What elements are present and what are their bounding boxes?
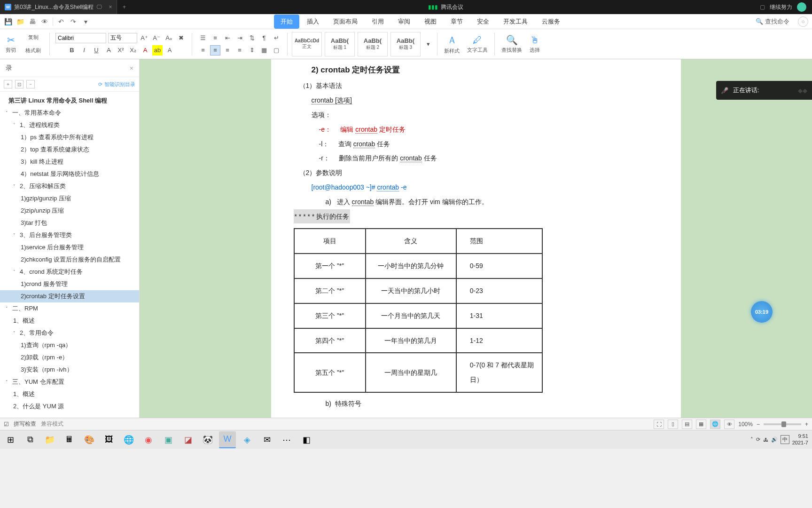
find-replace-button[interactable]: 🔍查找替换 <box>499 31 525 57</box>
start-icon[interactable]: ⊞ <box>2 431 19 448</box>
text-dir-icon[interactable]: ¶ <box>259 33 269 43</box>
mail-icon[interactable]: ✉ <box>258 431 275 448</box>
chrome-icon[interactable]: 🌐 <box>120 431 137 448</box>
search-command[interactable]: 🔍 查找命令 <box>751 17 794 26</box>
numbering-icon[interactable]: ≡ <box>210 33 220 43</box>
shading-icon[interactable]: ▦ <box>259 45 269 56</box>
align-justify-icon[interactable]: ≡ <box>234 45 245 56</box>
toc-item[interactable]: 1）ps 查看系统中所有进程 <box>0 131 139 143</box>
explorer-icon[interactable]: 📁 <box>41 431 58 448</box>
indent-inc-icon[interactable]: ⇥ <box>234 33 245 43</box>
tray-volume-icon[interactable]: 🔊 <box>771 437 778 443</box>
style-h2[interactable]: AaBb(标题 2 <box>358 32 388 56</box>
toc-item[interactable]: 1)service 后台服务管理 <box>0 241 139 254</box>
copy-button[interactable]: 复制 <box>25 31 41 44</box>
shrink-font-icon[interactable]: A⁻ <box>151 33 162 43</box>
toc-item[interactable]: 1)查询（rpm -qa） <box>0 339 139 351</box>
document-viewport[interactable]: 2) crontab 定时任务设置 （1）基本语法 crontab [选项] 选… <box>140 59 812 418</box>
toc-item[interactable]: ˅2、常用命令 <box>0 327 139 339</box>
font-size-select[interactable] <box>108 33 137 43</box>
toc-item[interactable]: 1)gzip/gunzip 压缩 <box>0 192 139 205</box>
tray-sync-icon[interactable]: ⟳ <box>756 437 760 443</box>
tray-up-icon[interactable]: ˄ <box>750 437 753 443</box>
highlight-icon[interactable]: ab <box>152 45 163 56</box>
zoom-in-icon[interactable]: + <box>805 421 808 428</box>
format-painter-button[interactable]: 格式刷 <box>23 44 44 57</box>
view-read-icon[interactable]: ▯ <box>668 420 678 429</box>
italic-icon[interactable]: I <box>79 45 89 56</box>
layout-icon[interactable]: ▢ <box>760 4 765 10</box>
toc-item[interactable]: 1、概述 <box>0 388 139 400</box>
strike-icon[interactable]: A̵ <box>103 45 114 56</box>
spell-check-toggle[interactable]: 拼写检查 <box>14 420 36 428</box>
toc-item[interactable]: 2)crontab 定时任务设置 <box>0 290 139 302</box>
tab-cloud[interactable]: 云服务 <box>535 15 567 29</box>
preview-icon[interactable]: 👁 <box>40 17 49 26</box>
app1-icon[interactable]: ◉ <box>140 431 157 448</box>
align-center-icon[interactable]: ≡ <box>210 45 220 56</box>
zoom-out-icon[interactable]: − <box>757 421 760 428</box>
style-body[interactable]: AaBbCcDd正文 <box>292 32 322 56</box>
view-page-icon[interactable]: ▤ <box>682 420 692 429</box>
select-button[interactable]: 🖱选择 <box>527 31 543 57</box>
tab-start[interactable]: 开始 <box>274 15 299 29</box>
tab-close-icon[interactable]: × <box>109 4 112 10</box>
tab-view[interactable]: 视图 <box>418 15 443 29</box>
collapse-all-icon[interactable]: － <box>26 80 35 88</box>
line-spacing-icon[interactable]: ⇕ <box>247 45 257 56</box>
redo-icon[interactable]: ↷ <box>69 17 78 26</box>
zoom-slider[interactable] <box>764 423 801 425</box>
app4-icon[interactable]: ◧ <box>298 431 315 448</box>
toc-item[interactable]: 2)zip/unzip 压缩 <box>0 205 139 217</box>
new-tab-button[interactable]: + <box>117 4 131 10</box>
toc-item[interactable]: ˅1、进程线程类 <box>0 119 139 131</box>
calc-icon[interactable]: 🖩 <box>61 431 78 448</box>
tab-layout[interactable]: 页面布局 <box>327 15 364 29</box>
vm-icon[interactable]: ▣ <box>160 431 177 448</box>
expand-icon[interactable]: ＋ <box>4 80 12 88</box>
ime-indicator[interactable]: 中 <box>781 435 789 444</box>
zoom-level[interactable]: 100% <box>738 421 753 428</box>
paint2-icon[interactable]: 🖼 <box>101 431 117 448</box>
view-web-icon[interactable]: 🌐 <box>710 420 720 429</box>
tab-review[interactable]: 审阅 <box>391 15 417 29</box>
app2-icon[interactable]: 🐼 <box>199 431 216 448</box>
tab-dev[interactable]: 开发工具 <box>497 15 534 29</box>
tips-icon[interactable]: ○ <box>798 16 808 27</box>
grow-font-icon[interactable]: A⁺ <box>139 33 149 43</box>
meeting-icon[interactable]: ◈ <box>239 431 256 448</box>
wps-icon[interactable]: W <box>219 431 236 448</box>
view-eye-icon[interactable]: 👁 <box>724 420 734 429</box>
collapse-icon[interactable]: ⊡ <box>15 80 23 88</box>
toc-item[interactable]: 3）kill 终止进程 <box>0 156 139 168</box>
paint-icon[interactable]: 🎨 <box>81 431 98 448</box>
indent-dec-icon[interactable]: ⇤ <box>222 33 233 43</box>
toc-item[interactable]: 2)chkconfig 设置后台服务的自启配置 <box>0 254 139 266</box>
tab-ref[interactable]: 引用 <box>365 15 390 29</box>
toc-item[interactable]: ˅3、后台服务管理类 <box>0 229 139 241</box>
toc-item[interactable]: 第三讲 Linux 常用命令及 Shell 编程 <box>0 95 139 107</box>
timer-badge[interactable]: 03:19 <box>751 301 773 323</box>
toc-item[interactable]: 3)安装（rpm -ivh） <box>0 364 139 376</box>
qat-customize-icon[interactable]: ▾ <box>81 17 90 26</box>
toc-item[interactable]: ˅二、RPM <box>0 302 139 315</box>
change-case-icon[interactable]: Aₐ <box>164 33 174 43</box>
sort-icon[interactable]: ⇅ <box>247 33 257 43</box>
toc-item[interactable]: ˅4、crond 系统定时任务 <box>0 266 139 278</box>
text-tools-button[interactable]: 🖊文字工具 <box>464 31 491 57</box>
save-icon[interactable]: 💾 <box>4 17 12 26</box>
taskview-icon[interactable]: ⧉ <box>22 431 39 448</box>
smart-recognize-button[interactable]: ⟳ 智能识别目录 <box>98 81 135 88</box>
show-marks-icon[interactable]: ↵ <box>271 33 281 43</box>
underline-icon[interactable]: U <box>91 45 102 56</box>
checkbox-icon[interactable]: ☑ <box>4 421 9 428</box>
toc-item[interactable]: 3)tar 打包 <box>0 217 139 229</box>
print-icon[interactable]: 🖶 <box>28 17 37 26</box>
subscript-icon[interactable]: X₂ <box>128 45 138 56</box>
document-tab[interactable]: W 第03讲_Linux...命令及Shell编程 🖵 × <box>0 0 117 14</box>
clear-format-icon[interactable]: ✖ <box>176 33 186 43</box>
toc-item[interactable]: 2、什么是 YUM 源 <box>0 400 139 413</box>
font-name-select[interactable] <box>55 33 106 43</box>
toc-item[interactable]: ˅一、常用基本命令 <box>0 107 139 119</box>
open-icon[interactable]: 📁 <box>16 17 24 26</box>
